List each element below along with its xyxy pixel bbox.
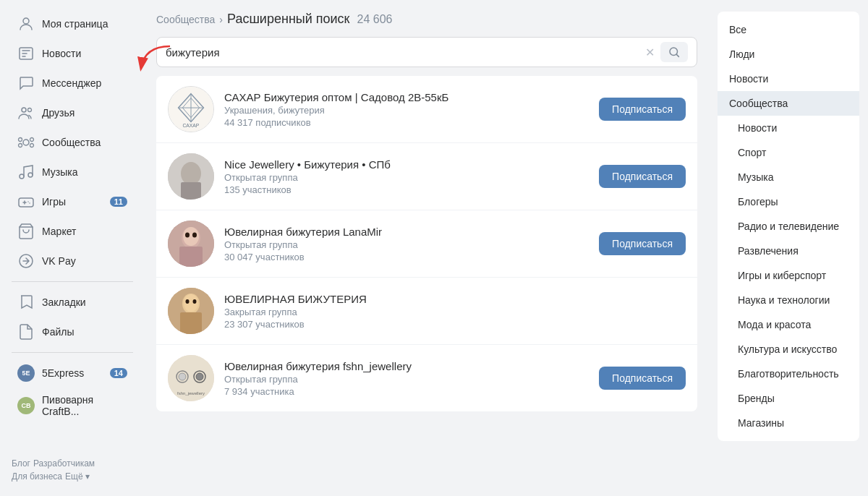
message-icon xyxy=(17,74,35,92)
sidebar-item-messenger[interactable]: Мессенджер xyxy=(6,69,139,98)
footer-link-blog[interactable]: Блог xyxy=(12,458,30,469)
svg-point-29 xyxy=(192,233,197,238)
filter-sub-fashion-beauty[interactable]: Мода и красота xyxy=(718,312,859,337)
subscribe-button-fshn[interactable]: Подписаться xyxy=(599,367,686,390)
footer-link-more[interactable]: Ещё ▾ xyxy=(65,471,90,482)
result-members-lanamir: 30 047 участников xyxy=(224,252,589,262)
svg-point-28 xyxy=(185,233,190,238)
sidebar-label-vkpay: VK Pay xyxy=(42,255,76,267)
result-name-yuvelirnaya[interactable]: ЮВЕЛИРНАЯ БИЖУТЕРИЯ xyxy=(224,293,686,305)
search-input[interactable] xyxy=(166,46,639,59)
result-desc-nice: Открытая группа xyxy=(224,172,589,183)
sidebar-label-news: Новости xyxy=(42,48,81,59)
filter-all[interactable]: Все xyxy=(718,17,859,42)
sidebar-label-my-page: Моя страница xyxy=(42,18,108,30)
sidebar-label-5express: 5Express xyxy=(42,367,84,379)
sidebar-label-friends: Друзья xyxy=(42,107,75,119)
filter-sub-entertainment[interactable]: Развлечения xyxy=(718,239,859,263)
svg-point-27 xyxy=(183,227,199,246)
sidebar-item-market[interactable]: Маркет xyxy=(6,217,139,246)
sidebar-label-files: Файлы xyxy=(42,326,74,338)
filter-sub-games-esport[interactable]: Игры и киберспорт xyxy=(718,263,859,288)
filter-communities[interactable]: Сообщества xyxy=(718,91,859,116)
subscribe-button-sakhar[interactable]: Подписаться xyxy=(599,98,686,121)
filter-sub-science-tech[interactable]: Наука и технологии xyxy=(718,288,859,312)
filter-sub-shops[interactable]: Магазины xyxy=(718,411,859,435)
sidebar-item-bookmarks[interactable]: Закладки xyxy=(6,288,139,317)
svg-rect-26 xyxy=(179,247,203,267)
user-icon xyxy=(17,15,35,33)
svg-point-0 xyxy=(23,18,29,24)
filter-sub-radio-tv[interactable]: Радио и телевидение xyxy=(718,214,859,239)
result-info-fshn: Ювелирная бижутерия fshn_jewellery Откры… xyxy=(224,360,589,397)
result-name-nice[interactable]: Nice Jewellery • Бижутерия • СПб xyxy=(224,158,589,171)
filter-sub-charity[interactable]: Благотворительность xyxy=(718,362,859,386)
result-info-lanamir: Ювелирная бижутерия LanaMir Открытая гру… xyxy=(224,226,589,262)
svg-point-9 xyxy=(20,174,24,179)
filter-people[interactable]: Люди xyxy=(718,42,859,67)
music-icon xyxy=(17,163,35,181)
games-icon xyxy=(17,193,35,210)
sidebar-item-friends[interactable]: Друзья xyxy=(6,98,139,127)
result-desc-lanamir: Открытая группа xyxy=(224,239,589,250)
sidebar-item-news[interactable]: Новости xyxy=(6,39,139,68)
result-members-fshn: 7 934 участника xyxy=(224,386,589,397)
svg-point-7 xyxy=(19,144,22,147)
sidebar-label-communities: Сообщества xyxy=(42,137,101,148)
svg-text:САХАР: САХАР xyxy=(183,123,200,128)
breadcrumb-link-communities[interactable]: Сообщества xyxy=(156,14,215,25)
games-badge: 11 xyxy=(110,197,127,207)
svg-point-2 xyxy=(22,108,26,112)
sidebar-label-market: Маркет xyxy=(42,226,76,237)
svg-rect-32 xyxy=(180,312,202,334)
subscribe-button-lanamir[interactable]: Подписаться xyxy=(599,232,686,255)
market-icon xyxy=(17,223,35,240)
sidebar-item-games[interactable]: Игры 11 xyxy=(6,187,139,216)
sidebar-label-bookmarks: Закладки xyxy=(42,296,86,308)
svg-point-34 xyxy=(186,299,190,304)
svg-point-40 xyxy=(196,373,203,380)
clear-search-icon[interactable]: ✕ xyxy=(645,46,655,59)
svg-point-38 xyxy=(179,373,186,380)
filter-sub-bloggers[interactable]: Блогеры xyxy=(718,189,859,214)
result-item-fshn: fshn_jewellery Ювелирная бижутерия fshn_… xyxy=(156,345,697,411)
sidebar-label-messenger: Мессенджер xyxy=(42,77,101,89)
footer-link-business[interactable]: Для бизнеса xyxy=(12,471,62,482)
right-panel: Все Люди Новости Сообщества Новости Спор… xyxy=(709,0,868,496)
filter-sub-music[interactable]: Музыка xyxy=(718,165,859,189)
sidebar-item-5express[interactable]: 5E 5Express 14 xyxy=(6,359,139,388)
result-name-fshn[interactable]: Ювелирная бижутерия fshn_jewellery xyxy=(224,360,589,372)
result-item-nice: Nice Jewellery • Бижутерия • СПб Открыта… xyxy=(156,143,697,210)
result-name-lanamir[interactable]: Ювелирная бижутерия LanaMir xyxy=(224,226,589,238)
filter-sub-brands[interactable]: Бренды xyxy=(718,386,859,411)
search-area: ✕ xyxy=(156,37,697,67)
sidebar-item-my-page[interactable]: Моя страница xyxy=(6,9,139,38)
filter-sub-sport[interactable]: Спорт xyxy=(718,140,859,165)
subscribe-button-nice[interactable]: Подписаться xyxy=(599,165,686,188)
svg-point-22 xyxy=(181,162,201,185)
result-name-sakhar[interactable]: САХАР Бижутерия оптом | Садовод 2В-55кБ xyxy=(224,91,589,103)
sidebar-item-vkpay[interactable]: VK Pay xyxy=(6,247,139,275)
search-button[interactable] xyxy=(660,42,688,62)
sidebar-item-files[interactable]: Файлы xyxy=(6,317,139,346)
avatar-yuvelirnaya xyxy=(168,288,214,334)
avatar-fshn: fshn_jewellery xyxy=(168,355,214,401)
result-item-yuvelirnaya: ЮВЕЛИРНАЯ БИЖУТЕРИЯ Закрытая группа 23 3… xyxy=(156,278,697,345)
filter-sub-news[interactable]: Новости xyxy=(718,116,859,140)
svg-point-3 xyxy=(28,108,32,112)
result-desc-fshn: Открытая группа xyxy=(224,374,589,385)
red-arrow-indicator xyxy=(130,43,174,79)
sidebar-footer: Блог Разработчикам Для бизнеса Ещё ▾ xyxy=(0,453,145,487)
group-avatar-5express: 5E xyxy=(17,364,35,382)
search-box: ✕ xyxy=(156,37,697,67)
filter-sub-culture-art[interactable]: Культура и искусство xyxy=(718,337,859,362)
communities-icon xyxy=(17,134,35,151)
breadcrumb-separator: › xyxy=(219,14,223,25)
sidebar-item-communities[interactable]: Сообщества xyxy=(6,128,139,157)
sidebar-item-music[interactable]: Музыка xyxy=(6,158,139,187)
svg-point-35 xyxy=(193,299,197,304)
filter-news[interactable]: Новости xyxy=(718,67,859,91)
vkpay-icon xyxy=(17,252,35,270)
footer-link-dev[interactable]: Разработчикам xyxy=(33,458,95,469)
sidebar-item-pivovarnya[interactable]: CB Пивоварня CraftB... xyxy=(6,388,139,423)
